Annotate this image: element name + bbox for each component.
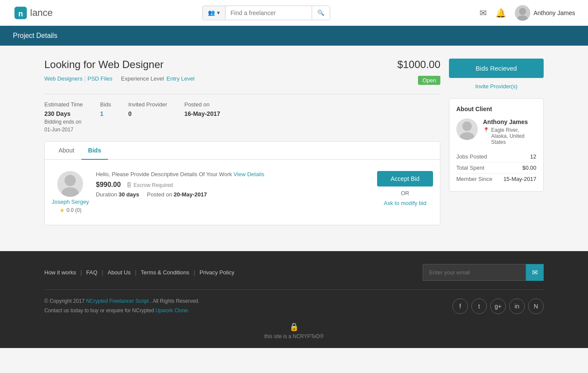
avatar <box>515 5 530 21</box>
modify-bid-link[interactable]: Ask to modify bid <box>384 200 427 206</box>
tab-about[interactable]: About <box>52 142 81 160</box>
facebook-icon[interactable]: f <box>452 298 468 314</box>
stat-invited-value: 0 <box>128 110 167 117</box>
tab-bids[interactable]: Bids <box>81 142 108 160</box>
logo-text: lance <box>30 7 53 19</box>
jobs-posted-value: 12 <box>530 153 536 160</box>
rights-text: . All Rights Reserved. <box>150 298 200 304</box>
footer-nav: How it works | FAQ | About Us | Terms & … <box>44 269 234 276</box>
logo[interactable]: n lance <box>13 5 53 21</box>
linkedin-icon[interactable]: in <box>509 298 525 314</box>
search-input[interactable] <box>226 6 312 20</box>
client-location: 📍 Eagle River, Alaska, United States <box>483 127 536 145</box>
footer-link-how-it-works[interactable]: How it works <box>44 269 76 276</box>
location-pin-icon: 📍 <box>483 127 489 133</box>
bid-amount: $990.00 <box>96 181 121 189</box>
footer-link-about[interactable]: About Us <box>108 269 130 276</box>
bid-message: Hello, Please Provide Descriptive Detail… <box>96 171 370 177</box>
bid-rating: ★ 0.0 (0) <box>59 207 82 214</box>
duration-value: 30 days <box>119 191 139 198</box>
svg-point-3 <box>517 15 528 21</box>
copyright-text: © Copyright 2017 <box>44 298 85 304</box>
client-location-text: Eagle River, Alaska, United States <box>491 127 536 145</box>
project-title-row: Looking for Web Designer $1000.00 <box>44 59 440 71</box>
stat-posted-on: Posted on 16-May-2017 <box>184 101 220 133</box>
tag-psd-files[interactable]: PSD Files <box>87 75 112 82</box>
user-name-label: Anthony James <box>534 9 576 16</box>
svg-point-4 <box>65 175 76 186</box>
or-separator: OR <box>401 190 409 196</box>
client-stats: Jobs Posted 12 Total Spent $0.00 Member … <box>456 151 536 184</box>
header-right: ✉ 🔔 Anthony James <box>480 5 576 21</box>
stat-bids-label: Bids <box>100 101 111 108</box>
accept-bid-button[interactable]: Accept Bid <box>377 171 433 186</box>
about-client-card: About Client Anthony James 📍 Eagle River… <box>449 98 544 192</box>
logo-icon: n <box>13 5 28 21</box>
client-avatar-image <box>456 118 478 140</box>
bidding-ends-value: 01-Jun-2017 <box>44 127 83 133</box>
stat-bids-value: 1 <box>100 110 111 117</box>
svg-point-2 <box>519 8 526 15</box>
rating-value: 0.0 (0) <box>67 207 82 213</box>
rating-count: (0) <box>75 207 82 213</box>
stat-bids: Bids 1 <box>100 101 111 133</box>
header: n lance 👥 ▾ 🔍 ✉ 🔔 Anthony James <box>0 0 588 26</box>
search-button[interactable]: 🔍 <box>312 6 330 19</box>
ncrypted-link[interactable]: NCrypted Freelancer Script <box>86 298 149 304</box>
footer-email-form: ✉ <box>423 264 544 281</box>
left-panel: Looking for Web Designer $1000.00 Web De… <box>44 59 440 234</box>
duration-label: Duration <box>96 191 117 198</box>
footer-link-privacy[interactable]: Privacy Policy <box>199 269 234 276</box>
client-stat-spent: Total Spent $0.00 <box>456 162 536 174</box>
footer-email-input[interactable] <box>423 264 526 281</box>
twitter-icon[interactable]: t <box>471 298 487 314</box>
svg-point-6 <box>462 121 472 131</box>
mail-icon[interactable]: ✉ <box>480 8 487 18</box>
member-since-value: 15-May-2017 <box>503 176 536 182</box>
bid-item: Joseph Sergey ★ 0.0 (0) Hello, Please Pr… <box>52 167 433 218</box>
project-tags-row: Web Designers | PSD Files Experience Lev… <box>44 75 440 85</box>
bid-user-section: Joseph Sergey ★ 0.0 (0) <box>52 171 89 214</box>
member-since-label: Member Since <box>456 176 492 182</box>
ncrypted-social-icon[interactable]: N <box>528 298 544 314</box>
bids-link[interactable]: 1 <box>100 110 104 117</box>
bidder-name[interactable]: Joseph Sergey <box>52 199 89 205</box>
tabs-header: About Bids <box>45 142 440 160</box>
view-details-link[interactable]: View Details <box>234 171 264 177</box>
footer-nav-sep-3: | <box>135 269 136 276</box>
client-avatar <box>456 118 478 140</box>
stat-invited-provider: Invited Provider 0 <box>128 101 167 133</box>
right-panel: Bids Recieved Invite Provider(s) About C… <box>449 59 544 234</box>
bid-avatar <box>57 171 83 197</box>
bid-amount-row: $990.00 🗄 Escrow Required <box>96 181 370 189</box>
googleplus-icon[interactable]: g+ <box>490 298 506 314</box>
user-avatar-image <box>515 5 530 21</box>
search-icon: 🔍 <box>317 9 325 16</box>
footer-link-terms[interactable]: Terms & Conditions <box>141 269 189 276</box>
invite-providers-link[interactable]: Invite Provider(s) <box>449 83 544 90</box>
bid-details: Hello, Please Provide Descriptive Detail… <box>96 171 370 198</box>
client-profile: Anthony James 📍 Eagle River, Alaska, Uni… <box>456 118 536 145</box>
bidder-avatar-image <box>57 171 83 197</box>
footer-link-faq[interactable]: FAQ <box>86 269 97 276</box>
upwork-link[interactable]: Upwork Clone. <box>155 308 189 314</box>
footer-email-submit[interactable]: ✉ <box>526 264 544 281</box>
svg-text:n: n <box>19 9 23 18</box>
dropdown-arrow: ▾ <box>217 9 220 16</box>
jobs-posted-label: Jobs Posted <box>456 153 487 160</box>
bids-received-button[interactable]: Bids Recieved <box>449 59 544 78</box>
footer-nav-sep-2: | <box>102 269 103 276</box>
search-type-button[interactable]: 👥 ▾ <box>203 6 226 19</box>
footer-inner: How it works | FAQ | About Us | Terms & … <box>36 264 552 339</box>
user-menu[interactable]: Anthony James <box>515 5 576 21</box>
footer-copyright: © Copyright 2017 NCrypted Freelancer Scr… <box>44 297 199 315</box>
escrow-label: Escrow Required <box>133 182 173 188</box>
tag-web-designers[interactable]: Web Designers <box>44 75 83 82</box>
stat-invited-label: Invited Provider <box>128 101 167 108</box>
footer-bottom: © Copyright 2017 NCrypted Freelancer Scr… <box>44 297 544 315</box>
bid-posted-value: 20-May-2017 <box>173 191 207 198</box>
client-info: Anthony James 📍 Eagle River, Alaska, Uni… <box>483 118 536 145</box>
bell-icon[interactable]: 🔔 <box>495 8 506 18</box>
ncrypted-badge-text: this site is a NCRYPTeD® <box>264 333 324 339</box>
status-badge: Open <box>418 76 440 85</box>
